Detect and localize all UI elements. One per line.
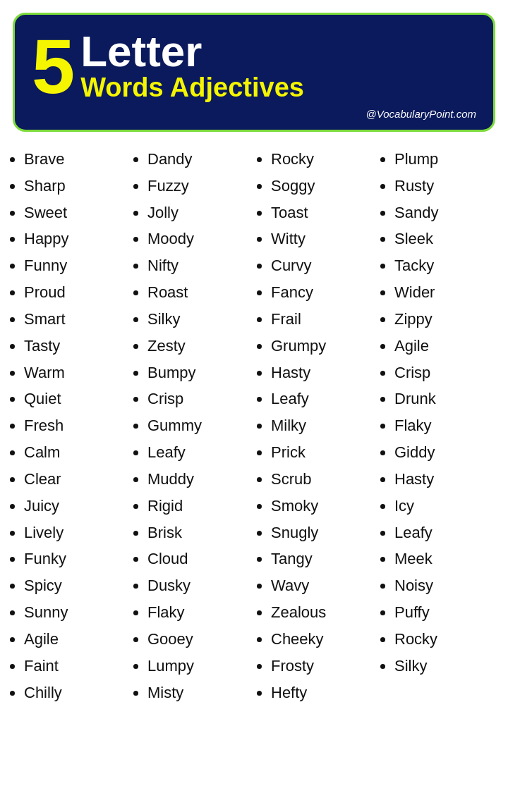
list-item: Rusty: [394, 173, 498, 199]
list-item: Zealous: [271, 599, 375, 626]
list-item: Roast: [147, 279, 251, 306]
list-item: Snugly: [271, 519, 375, 546]
header-banner: 5 Letter Words Adjectives @VocabularyPoi…: [13, 13, 495, 132]
list-item: Gummy: [147, 412, 251, 439]
list-item: Moody: [147, 226, 251, 252]
list-item: Fuzzy: [147, 173, 251, 199]
list-item: Sharp: [24, 173, 128, 199]
list-item: Nifty: [147, 252, 251, 279]
list-item: Meek: [394, 546, 498, 572]
list-item: Faint: [24, 653, 128, 679]
list-item: Wavy: [271, 572, 375, 599]
list-item: Cheeky: [271, 626, 375, 653]
header-url: @VocabularyPoint.com: [32, 108, 476, 120]
list-item: Wider: [394, 279, 498, 306]
list-item: Leafy: [271, 386, 375, 412]
list-item: Grumpy: [271, 333, 375, 359]
list-item: Frosty: [271, 653, 375, 679]
list-item: Icy: [394, 493, 498, 519]
list-item: Jolly: [147, 199, 251, 226]
list-item: Brisk: [147, 519, 251, 546]
list-item: Sunny: [24, 599, 128, 626]
list-item: Milky: [271, 412, 375, 439]
list-item: Misty: [147, 679, 251, 706]
list-item: Calm: [24, 439, 128, 466]
list-item: Brave: [24, 146, 128, 173]
list-item: Funny: [24, 252, 128, 279]
list-item: Zesty: [147, 333, 251, 359]
list-item: Prick: [271, 439, 375, 466]
word-column-3: RockySoggyToastWittyCurvyFancyFrailGrump…: [254, 146, 377, 706]
list-item: Chilly: [24, 679, 128, 706]
list-item: Sweet: [24, 199, 128, 226]
list-item: Juicy: [24, 493, 128, 519]
list-item: Flaky: [394, 412, 498, 439]
list-item: Smoky: [271, 493, 375, 519]
list-item: Frail: [271, 306, 375, 333]
list-item: Silky: [394, 653, 498, 679]
list-item: Proud: [24, 279, 128, 306]
list-item: Zippy: [394, 306, 498, 333]
word-grid: BraveSharpSweetHappyFunnyProudSmartTasty…: [0, 132, 508, 720]
header-letter: Letter: [80, 30, 304, 73]
list-item: Rocky: [394, 626, 498, 653]
list-item: Witty: [271, 226, 375, 252]
list-item: Happy: [24, 226, 128, 252]
list-item: Sleek: [394, 226, 498, 252]
list-item: Clear: [24, 466, 128, 493]
list-item: Dandy: [147, 146, 251, 173]
list-item: Hasty: [271, 359, 375, 386]
list-item: Tangy: [271, 546, 375, 572]
list-item: Rigid: [147, 493, 251, 519]
list-item: Rocky: [271, 146, 375, 173]
list-item: Lively: [24, 519, 128, 546]
word-column-2: DandyFuzzyJollyMoodyNiftyRoastSilkyZesty…: [131, 146, 254, 706]
list-item: Drunk: [394, 386, 498, 412]
list-item: Warm: [24, 359, 128, 386]
list-item: Fancy: [271, 279, 375, 306]
list-item: Agile: [394, 333, 498, 359]
list-item: Tasty: [24, 333, 128, 359]
list-item: Puffy: [394, 599, 498, 626]
header-five: 5: [32, 27, 73, 105]
list-item: Tacky: [394, 252, 498, 279]
list-item: Hefty: [271, 679, 375, 706]
list-item: Muddy: [147, 466, 251, 493]
list-item: Crisp: [147, 386, 251, 412]
list-item: Leafy: [147, 439, 251, 466]
list-item: Dusky: [147, 572, 251, 599]
list-item: Crisp: [394, 359, 498, 386]
list-item: Curvy: [271, 252, 375, 279]
list-item: Funky: [24, 546, 128, 572]
list-item: Plump: [394, 146, 498, 173]
list-item: Cloud: [147, 546, 251, 572]
list-item: Quiet: [24, 386, 128, 412]
list-item: Bumpy: [147, 359, 251, 386]
list-item: Scrub: [271, 466, 375, 493]
list-item: Fresh: [24, 412, 128, 439]
list-item: Toast: [271, 199, 375, 226]
list-item: Gooey: [147, 626, 251, 653]
word-column-4: PlumpRustySandySleekTackyWiderZippyAgile…: [377, 146, 501, 706]
list-item: Silky: [147, 306, 251, 333]
list-item: Smart: [24, 306, 128, 333]
list-item: Soggy: [271, 173, 375, 199]
word-column-1: BraveSharpSweetHappyFunnyProudSmartTasty…: [7, 146, 131, 706]
list-item: Lumpy: [147, 653, 251, 679]
list-item: Flaky: [147, 599, 251, 626]
list-item: Agile: [24, 626, 128, 653]
list-item: Sandy: [394, 199, 498, 226]
page-wrapper: 5 Letter Words Adjectives @VocabularyPoi…: [0, 13, 508, 720]
list-item: Hasty: [394, 466, 498, 493]
list-item: Leafy: [394, 519, 498, 546]
header-words: Words Adjectives: [80, 73, 304, 103]
list-item: Noisy: [394, 572, 498, 599]
list-item: Giddy: [394, 439, 498, 466]
list-item: Spicy: [24, 572, 128, 599]
